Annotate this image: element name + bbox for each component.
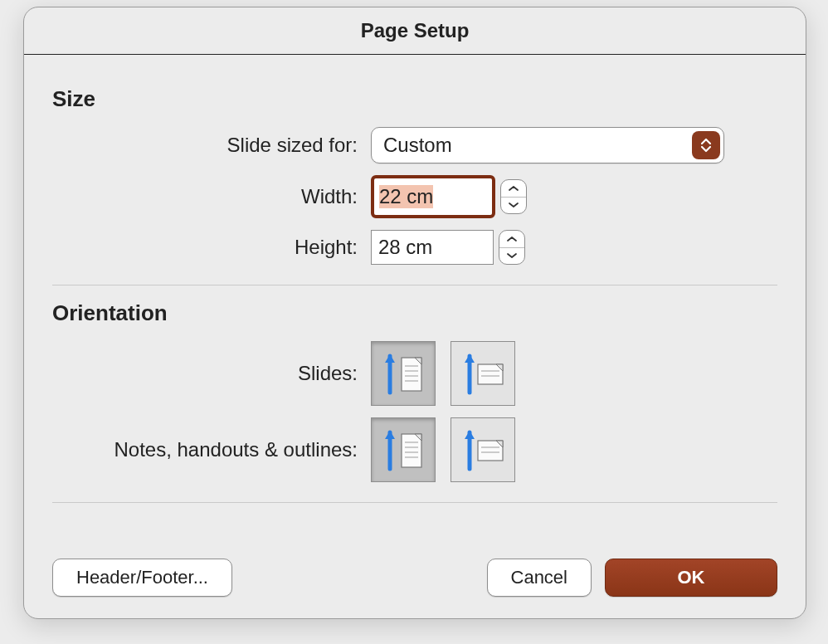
orientation-section-title: Orientation: [52, 300, 777, 326]
svg-rect-11: [402, 434, 421, 467]
dialog-titlebar: Page Setup: [24, 7, 806, 55]
slide-sized-for-value: Custom: [383, 134, 452, 157]
height-label: Height:: [52, 236, 371, 259]
width-step-down[interactable]: [501, 197, 526, 214]
width-label: Width:: [52, 185, 371, 208]
height-row: Height: 28 cm: [52, 230, 777, 265]
notes-landscape-button[interactable]: [451, 417, 515, 482]
size-section-title: Size: [52, 86, 777, 112]
notes-orientation-label: Notes, handouts & outlines:: [52, 438, 371, 461]
height-input[interactable]: 28 cm: [371, 230, 494, 265]
slide-sized-for-row: Slide sized for: Custom: [52, 127, 777, 163]
notes-portrait-button[interactable]: [371, 417, 436, 482]
notes-orientation-row: Notes, handouts & outlines:: [52, 417, 777, 482]
header-footer-label: Header/Footer...: [76, 567, 208, 588]
landscape-orientation-icon: [461, 427, 504, 472]
ok-label: OK: [678, 567, 705, 588]
width-row: Width: 22 cm: [52, 175, 777, 218]
page-setup-dialog: Page Setup Size Slide sized for: Custom …: [23, 7, 806, 619]
select-arrows-icon[interactable]: [692, 131, 720, 159]
svg-rect-1: [402, 358, 421, 391]
height-stepper[interactable]: [499, 230, 525, 265]
divider-1: [52, 285, 777, 285]
cancel-label: Cancel: [511, 567, 567, 588]
ok-button[interactable]: OK: [605, 559, 777, 597]
dialog-title: Page Setup: [361, 19, 470, 42]
width-value: 22 cm: [379, 185, 433, 208]
dialog-footer: Header/Footer... Cancel OK: [52, 559, 777, 597]
dialog-content: Size Slide sized for: Custom Width: 22 c…: [24, 55, 806, 503]
slides-orientation-row: Slides:: [52, 341, 777, 406]
height-value: 28 cm: [378, 236, 432, 259]
width-stepper[interactable]: [500, 179, 527, 214]
cancel-button[interactable]: Cancel: [487, 559, 592, 597]
width-input[interactable]: 22 cm: [371, 175, 495, 218]
portrait-orientation-icon: [382, 427, 425, 472]
width-step-up[interactable]: [501, 180, 526, 197]
slides-orientation-label: Slides:: [52, 362, 371, 385]
divider-2: [52, 502, 777, 503]
slide-sized-for-label: Slide sized for:: [52, 134, 371, 157]
height-step-up[interactable]: [499, 231, 524, 247]
slides-landscape-button[interactable]: [451, 341, 515, 406]
portrait-orientation-icon: [382, 351, 425, 396]
height-step-down[interactable]: [499, 247, 524, 265]
slide-sized-for-select[interactable]: Custom: [371, 127, 724, 163]
header-footer-button[interactable]: Header/Footer...: [52, 559, 232, 597]
landscape-orientation-icon: [461, 351, 504, 396]
slides-portrait-button[interactable]: [371, 341, 436, 406]
